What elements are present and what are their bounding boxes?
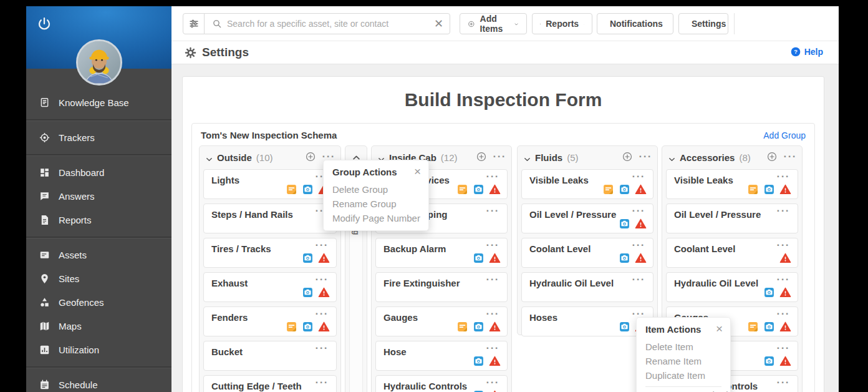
- note-icon: [747, 321, 759, 333]
- inspection-item-card[interactable]: Oil Level / Pressure···: [666, 203, 798, 233]
- inspection-item-card[interactable]: Oil Level / Pressure···: [521, 203, 653, 233]
- item-ellipsis-icon[interactable]: ···: [486, 242, 499, 248]
- item-ellipsis-icon[interactable]: ···: [777, 345, 790, 351]
- inspection-item-card[interactable]: Hose···: [375, 341, 508, 371]
- group-ellipsis-icon[interactable]: ···: [322, 154, 335, 160]
- warning-icon: [779, 252, 791, 264]
- add-item-plus-icon[interactable]: [476, 151, 487, 162]
- inspection-item-card[interactable]: Exhaust···: [203, 272, 337, 302]
- search-input[interactable]: [222, 19, 434, 29]
- sidebar-item-assets[interactable]: Assets: [26, 243, 171, 267]
- group-ellipsis-icon[interactable]: ···: [639, 154, 652, 160]
- inspection-item-card[interactable]: Cutting Edge / Teeth···: [203, 375, 337, 392]
- clear-search-icon[interactable]: ✕: [434, 18, 443, 29]
- item-ellipsis-icon[interactable]: ···: [777, 311, 790, 317]
- sidebar-item-schedule[interactable]: Schedule: [26, 373, 171, 392]
- item-ellipsis-icon[interactable]: ···: [777, 174, 790, 180]
- item-ellipsis-icon[interactable]: ···: [632, 208, 645, 214]
- sidebar-item-utilization[interactable]: Utilization: [26, 338, 171, 361]
- add-item-plus-icon[interactable]: [305, 151, 316, 162]
- collapse-group-chevron-down-icon[interactable]: [524, 154, 531, 161]
- help-link[interactable]: ? Help: [791, 47, 823, 57]
- item-ellipsis-icon[interactable]: ···: [316, 311, 329, 317]
- menu-item[interactable]: Rename Group: [324, 197, 428, 211]
- item-ellipsis-icon[interactable]: ···: [486, 208, 499, 214]
- sidebar-item-sites[interactable]: Sites: [26, 267, 171, 290]
- item-ellipsis-icon[interactable]: ···: [316, 277, 329, 283]
- menu-item[interactable]: Delete Item: [637, 340, 730, 354]
- close-icon[interactable]: ×: [716, 323, 723, 335]
- inspection-item-card[interactable]: Tires / Tracks···: [203, 238, 337, 268]
- warning-icon: [489, 184, 501, 195]
- item-ellipsis-icon[interactable]: ···: [632, 174, 645, 180]
- filter-sliders-icon[interactable]: [183, 13, 205, 34]
- inspection-item-card[interactable]: Hydraulic Oil Level···: [666, 272, 798, 302]
- inspection-item-card[interactable]: Steps / Hand Rails···: [203, 203, 337, 233]
- item-ellipsis-icon[interactable]: ···: [777, 208, 790, 214]
- sidebar: Knowledge BaseTrackersDashboardAnswersRe…: [26, 6, 171, 392]
- item-ellipsis-icon[interactable]: ···: [486, 380, 499, 386]
- inspection-item-card[interactable]: Visible Leaks···: [666, 169, 798, 199]
- menu-item[interactable]: Delete Group: [324, 182, 428, 197]
- item-ellipsis-icon[interactable]: ···: [632, 277, 645, 283]
- item-label: Lights: [211, 175, 239, 185]
- sidebar-item-maps[interactable]: Maps: [26, 314, 171, 338]
- item-ellipsis-icon[interactable]: ···: [632, 242, 645, 248]
- item-label: Fire Extinguisher: [383, 278, 460, 288]
- notifications-button[interactable]: Notifications: [597, 13, 673, 34]
- menu-item[interactable]: Duplicate Item: [637, 368, 730, 383]
- item-label: Tires / Tracks: [211, 243, 271, 254]
- settings-button[interactable]: Settings: [678, 13, 728, 34]
- inspection-item-card[interactable]: Fenders···: [203, 306, 337, 336]
- inspection-item-card[interactable]: Bucket···: [203, 341, 337, 371]
- group-ellipsis-icon[interactable]: ···: [784, 154, 797, 160]
- add-group-link[interactable]: Add Group: [763, 130, 806, 140]
- item-ellipsis-icon[interactable]: ···: [486, 174, 499, 180]
- sidebar-item-label: Geofences: [59, 297, 104, 308]
- item-ellipsis-icon[interactable]: ···: [486, 311, 499, 317]
- menu-item[interactable]: Rename Item: [637, 354, 730, 368]
- avatar[interactable]: [76, 39, 122, 86]
- add-item-plus-icon[interactable]: [622, 151, 633, 162]
- inspection-item-card[interactable]: Hydraulic Controls···: [375, 375, 508, 392]
- item-ellipsis-icon[interactable]: ···: [777, 242, 790, 248]
- inspection-item-card[interactable]: Lights···: [203, 169, 337, 199]
- item-ellipsis-icon[interactable]: ···: [316, 242, 329, 248]
- inspection-item-card[interactable]: Fire Extinguisher···: [375, 272, 508, 302]
- menu-item[interactable]: Modify Page Number: [324, 211, 428, 225]
- sidebar-item-knowledge-base[interactable]: Knowledge Base: [26, 91, 171, 114]
- inspection-item-card[interactable]: Coolant Level···: [666, 238, 798, 268]
- sidebar-item-geofences[interactable]: Geofences: [26, 290, 171, 314]
- settings-button-label: Settings: [692, 19, 726, 29]
- item-label: Cutting Edge / Teeth: [211, 381, 302, 391]
- item-ellipsis-icon[interactable]: ···: [777, 380, 790, 386]
- item-ellipsis-icon[interactable]: ···: [632, 311, 645, 317]
- inspection-item-card[interactable]: Coolant Level···: [521, 238, 653, 268]
- sidebar-item-trackers[interactable]: Trackers: [26, 125, 171, 149]
- map-icon: [39, 320, 51, 332]
- search-box: ✕: [204, 13, 450, 34]
- inspection-item-card[interactable]: Hydraulic Oil Level···: [521, 272, 653, 302]
- inspection-item-card[interactable]: Backup Alarm···: [375, 238, 508, 268]
- warning-icon: [318, 287, 330, 298]
- menu-item[interactable]: Response Required: [637, 388, 730, 392]
- item-ellipsis-icon[interactable]: ···: [316, 380, 329, 386]
- item-ellipsis-icon[interactable]: ···: [486, 345, 499, 351]
- item-ellipsis-icon[interactable]: ···: [777, 277, 790, 283]
- sidebar-item-answers[interactable]: Answers: [26, 184, 171, 208]
- collapse-group-chevron-down-icon[interactable]: [668, 154, 675, 161]
- sidebar-item-dashboard[interactable]: Dashboard: [26, 160, 171, 184]
- inspection-item-card[interactable]: Visible Leaks···: [521, 169, 653, 199]
- reports-button[interactable]: Reports: [532, 13, 592, 34]
- power-icon[interactable]: [36, 16, 52, 32]
- sidebar-item-reports[interactable]: Reports: [26, 208, 171, 232]
- inspection-item-card[interactable]: Gauges···: [375, 306, 508, 336]
- close-icon[interactable]: ×: [414, 165, 421, 177]
- add-item-plus-icon[interactable]: [766, 151, 778, 162]
- inspection-item-card[interactable]: Hoses···: [521, 306, 653, 336]
- item-ellipsis-icon[interactable]: ···: [486, 277, 499, 283]
- add-items-button[interactable]: Add Items: [460, 13, 527, 34]
- collapse-group-chevron-down-icon[interactable]: [206, 154, 213, 161]
- group-ellipsis-icon[interactable]: ···: [493, 154, 506, 160]
- item-ellipsis-icon[interactable]: ···: [316, 345, 329, 351]
